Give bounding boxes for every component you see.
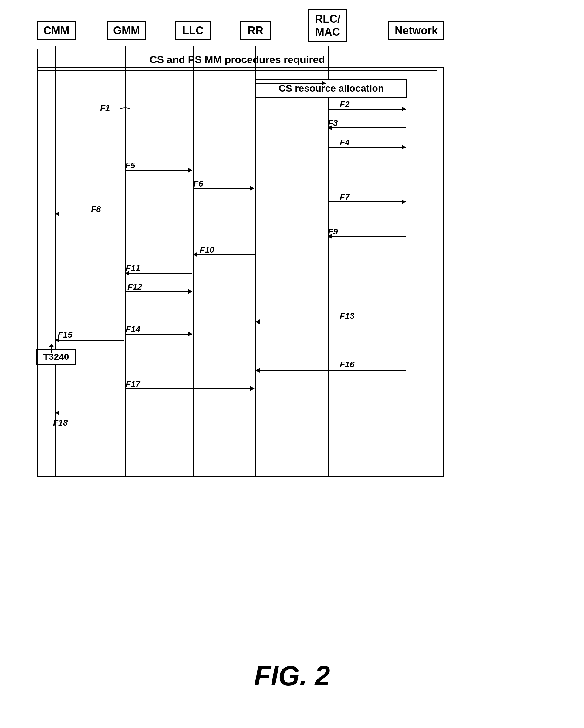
header-cmm: CMM	[37, 21, 76, 40]
label-f6: F6	[193, 179, 203, 189]
label-f9: F9	[328, 227, 338, 237]
timer-arrowhead	[49, 344, 54, 347]
label-f16: F16	[340, 360, 354, 369]
hline-1	[37, 67, 443, 68]
fig-label: FIG. 2	[254, 660, 330, 692]
grid-bottom	[37, 476, 443, 477]
label-f12: F12	[127, 282, 142, 292]
header-gmm: GMM	[107, 21, 146, 40]
arrow-f5	[125, 170, 192, 171]
label-f17: F17	[126, 379, 140, 389]
label-f15: F15	[58, 330, 72, 340]
arrow-f9	[328, 236, 406, 237]
vline-llc	[193, 46, 194, 477]
border-right	[443, 67, 444, 476]
header-rlcmac: RLC/MAC	[308, 9, 347, 42]
border-left	[37, 67, 38, 476]
cs-alloc-box: CS resource allocation	[255, 79, 407, 98]
label-f5: F5	[125, 161, 135, 171]
arrow-f8	[55, 213, 124, 214]
arrow-f3	[328, 127, 406, 128]
label-f14: F14	[126, 324, 140, 334]
page: CMM GMM LLC RR RLC/MAC Network CS and PS…	[0, 0, 584, 728]
diagram: CMM GMM LLC RR RLC/MAC Network CS and PS…	[18, 18, 564, 519]
arrow-f15	[55, 340, 124, 341]
label-f2: F2	[340, 100, 350, 109]
label-f8: F8	[91, 204, 101, 214]
vline-rlcmac	[328, 46, 329, 477]
label-f18: F18	[53, 418, 68, 428]
header-rr: RR	[240, 21, 271, 40]
header-llc: LLC	[175, 21, 211, 40]
vline-network	[407, 46, 407, 477]
label-f3: F3	[328, 118, 338, 128]
arrow-f13	[256, 321, 406, 322]
arrow-init	[256, 83, 326, 84]
timer-t3240: T3240	[36, 349, 76, 365]
label-f4: F4	[340, 138, 350, 148]
label-f13: F13	[340, 311, 354, 321]
label-f10: F10	[200, 245, 214, 255]
arrow-f18	[55, 413, 124, 413]
vline-rr	[255, 46, 256, 477]
label-f1: F1	[100, 103, 110, 113]
label-f7: F7	[340, 192, 350, 202]
header-network: Network	[388, 21, 444, 40]
arrow-f16	[256, 370, 406, 371]
arrow-f11	[125, 273, 192, 274]
label-f11: F11	[126, 263, 140, 273]
arrow-f17	[125, 388, 254, 389]
